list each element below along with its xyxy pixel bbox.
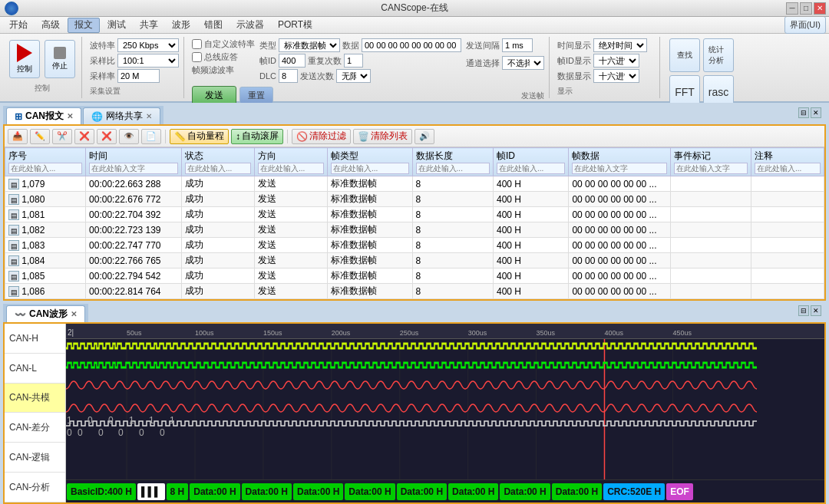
title-bar-controls: ─ □ ✕ xyxy=(786,2,826,15)
filter-id[interactable] xyxy=(497,163,565,174)
menu-share[interactable]: 共享 xyxy=(134,18,164,33)
can-common-label-text: CAN-共模 xyxy=(9,391,50,404)
filter-seq[interactable] xyxy=(8,163,82,174)
canh-waveform xyxy=(66,344,757,348)
cell-status: 成功 xyxy=(182,207,255,222)
maximize-button[interactable]: □ xyxy=(800,2,812,15)
resend-button[interactable]: 重置 xyxy=(239,87,273,104)
can-diff-label[interactable]: CAN-差分 xyxy=(5,413,65,443)
row-icon: ▤ xyxy=(8,209,19,220)
tab-network-share[interactable]: 🌐 网络共享 ✕ xyxy=(83,107,160,124)
table-row[interactable]: ▤ 1,084 00:00:22.766 765 成功 发送 标准数据帧 8 4… xyxy=(5,253,824,268)
row-icon: ▤ xyxy=(8,194,19,205)
menu-advanced[interactable]: 高级 xyxy=(35,18,66,33)
col-status-label: 状态 xyxy=(185,150,203,161)
total-errors-check[interactable] xyxy=(192,52,202,62)
icon-btn-3[interactable]: ✂️ xyxy=(52,129,72,144)
send-interval-input[interactable] xyxy=(502,38,533,52)
canl-label-text: CAN-L xyxy=(9,363,37,374)
table-row[interactable]: ▤ 1,086 00:00:22.814 764 成功 发送 标准数据帧 8 4… xyxy=(5,284,824,299)
can-common-label[interactable]: CAN-共模 xyxy=(5,384,65,413)
frameid-display-select[interactable]: 十六进制 xyxy=(593,54,639,68)
analysis-data-7: Data:00 H xyxy=(500,483,550,500)
send-count-select[interactable]: 无限 xyxy=(336,69,371,83)
menu-port[interactable]: PORT模 xyxy=(272,18,319,33)
time-mark-250: 250us xyxy=(400,329,419,337)
dlc-input[interactable] xyxy=(279,69,298,83)
data-display-select[interactable]: 十六进制 xyxy=(593,69,639,83)
samplerate-input[interactable] xyxy=(117,69,160,83)
channel-select[interactable]: 不选择 xyxy=(502,56,544,70)
auto-baud-check[interactable] xyxy=(192,39,202,49)
icon-btn-6[interactable]: 👁️ xyxy=(119,129,139,144)
stop-button[interactable]: 停止 xyxy=(45,40,75,78)
frameid-input[interactable] xyxy=(279,54,306,68)
menu-waveform[interactable]: 波形 xyxy=(166,18,197,33)
menu-diagram[interactable]: 错图 xyxy=(198,18,229,33)
network-share-tab-close[interactable]: ✕ xyxy=(146,112,152,120)
clear-filter-btn[interactable]: 🚫 清除过滤 xyxy=(292,129,351,144)
start-button[interactable]: 控制 xyxy=(9,40,40,78)
table-row[interactable]: ▤ 1,085 00:00:22.794 542 成功 发送 标准数据帧 8 4… xyxy=(5,268,824,284)
filter-len[interactable] xyxy=(416,163,490,174)
menu-start[interactable]: 开始 xyxy=(3,18,34,33)
repeat-input[interactable] xyxy=(344,54,363,68)
logic-0-label: 0 xyxy=(67,427,72,438)
logic-bit-0: 0 xyxy=(78,427,83,438)
icon-btn-1[interactable]: 📥 xyxy=(8,129,28,144)
filter-type[interactable] xyxy=(331,163,409,174)
table-scroll-area[interactable]: 序号 时间 状态 方向 xyxy=(5,147,824,299)
lang-btn[interactable]: 界面(UI) xyxy=(784,16,826,34)
canh-label[interactable]: CAN-H xyxy=(5,324,65,354)
icon-btn-7[interactable]: 📄 xyxy=(141,129,161,144)
icon-btn-5[interactable]: ❌ xyxy=(97,129,117,144)
filter-event[interactable] xyxy=(674,163,748,174)
table-row[interactable]: ▤ 1,080 00:00:22.676 772 成功 发送 标准数据帧 8 4… xyxy=(5,192,824,207)
col-event: 事件标记 xyxy=(670,148,751,176)
table-row[interactable]: ▤ 1,083 00:00:22.747 770 成功 发送 标准数据帧 8 4… xyxy=(5,238,824,253)
can-diff-label-text: CAN-差分 xyxy=(9,421,50,434)
can-analysis-label[interactable]: CAN-分析 xyxy=(5,473,65,502)
close-button[interactable]: ✕ xyxy=(814,2,826,15)
auto-scroll-btn[interactable]: ↕️ 自动滚屏 xyxy=(231,129,283,144)
cell-len: 8 xyxy=(412,207,493,222)
sound-btn[interactable]: 🔊 xyxy=(414,129,434,144)
baud-select[interactable]: 250 Kbps xyxy=(117,38,179,52)
wave-float-btn[interactable]: ⊟ xyxy=(798,305,809,316)
canl-label[interactable]: CAN-L xyxy=(5,354,65,384)
sample-select[interactable]: 100:1 xyxy=(117,54,179,68)
find-button[interactable]: 查找 xyxy=(669,38,700,72)
can-waveform-tab-close[interactable]: ✕ xyxy=(71,310,77,318)
filter-note[interactable] xyxy=(755,163,821,174)
type-select[interactable]: 标准数据帧 xyxy=(279,38,340,52)
tab-can-waveform[interactable]: 〰️ CAN波形 ✕ xyxy=(6,305,85,322)
table-row[interactable]: ▤ 1,081 00:00:22.704 392 成功 发送 标准数据帧 8 4… xyxy=(5,207,824,222)
data-input[interactable] xyxy=(362,38,461,52)
float-btn[interactable]: ⊟ xyxy=(798,107,809,118)
tab-can-message[interactable]: ⊞ CAN报文 ✕ xyxy=(6,107,81,124)
menu-scope[interactable]: 示波器 xyxy=(230,18,270,33)
can-message-tab-close[interactable]: ✕ xyxy=(67,112,73,120)
table-row[interactable]: ▤ 1,082 00:00:22.723 139 成功 发送 标准数据帧 8 4… xyxy=(5,222,824,238)
clear-list-btn[interactable]: 🗑️ 清除列表 xyxy=(353,129,412,144)
filter-status[interactable] xyxy=(185,163,251,174)
auto-measure-btn[interactable]: 📏 自动量程 xyxy=(170,129,229,144)
can-analysis-label-text: CAN-分析 xyxy=(9,481,50,494)
filter-data[interactable] xyxy=(572,163,666,174)
cell-data: 00 00 00 00 00 00 ... xyxy=(569,222,670,238)
app-logo xyxy=(5,2,18,15)
can-logic-label[interactable]: CAN-逻辑 xyxy=(5,443,65,473)
menu-test[interactable]: 测试 xyxy=(101,18,132,33)
table-row[interactable]: ▤ 1,079 00:00:22.663 288 成功 发送 标准数据帧 8 4… xyxy=(5,176,824,192)
wave-close-btn[interactable]: ✕ xyxy=(811,305,821,316)
time-display-select[interactable]: 绝对时间 xyxy=(593,38,647,52)
close-panel-btn[interactable]: ✕ xyxy=(811,107,821,118)
menu-message[interactable]: 报文 xyxy=(68,18,100,33)
icon-btn-4[interactable]: ❌ xyxy=(74,129,94,144)
stats-button[interactable]: 统计分析 xyxy=(703,38,734,72)
filter-time[interactable] xyxy=(89,163,178,174)
minimize-button[interactable]: ─ xyxy=(786,2,798,15)
filter-dir[interactable] xyxy=(258,163,324,174)
cell-dir: 发送 xyxy=(255,253,328,268)
icon-btn-2[interactable]: ✏️ xyxy=(30,129,50,144)
